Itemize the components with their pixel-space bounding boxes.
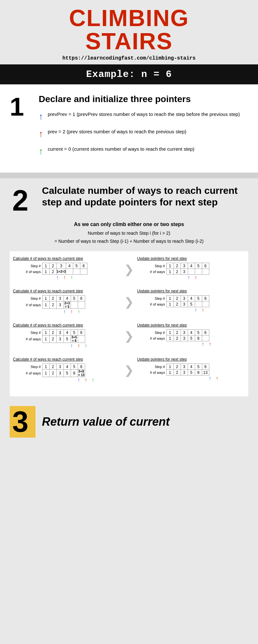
left-label-2: Calculate # of ways to reach current ste…	[13, 323, 121, 327]
table-left-2: Calculate # of ways to reach current ste…	[13, 323, 121, 350]
left-arrows-3: ↑↑↑	[54, 377, 96, 383]
right-arrows-2: ↑↑	[178, 341, 221, 347]
section3: 3 Return value of current	[0, 400, 258, 447]
section2-header: 2 Calculate number of ways to reach curr…	[10, 185, 248, 216]
left-arrows-0: ↑↑↑	[54, 275, 96, 280]
prevprev-text: prevPrev = 1 (prevPrev stores number of …	[48, 111, 240, 118]
section1-content: Declare and initialize three pointers ↑ …	[39, 94, 240, 163]
right-label-0: Update pointers for next step	[137, 256, 245, 261]
table-left-3: Calculate # of ways to reach current ste…	[13, 357, 121, 384]
right-arrows-3: ↑↑	[178, 375, 221, 381]
right-label-2: Update pointers for next step	[137, 323, 245, 327]
table-right-0: Update pointers for next stepStep #12345…	[137, 256, 245, 282]
arrow-up-red-icon: ↑	[39, 129, 43, 139]
chevron-icon-2: ❯	[124, 323, 134, 343]
section1-heading: Declare and initialize three pointers	[39, 94, 240, 104]
title: CLIMBING STAIRS	[13, 6, 245, 53]
section3-heading-normal: Return value of	[42, 415, 130, 428]
title-line2: STAIRS	[85, 28, 173, 54]
climb-note: As we can only climb either one or two s…	[10, 222, 248, 227]
section3-heading: Return value of current	[42, 415, 170, 429]
section1: 1 Declare and initialize three pointers …	[0, 84, 258, 173]
formula: Number of ways to reach Step i (for i > …	[10, 229, 248, 245]
arrow-up-blue-icon: ↑	[39, 111, 43, 122]
example-banner: Example: n = 6	[0, 64, 258, 84]
formula-line1: Number of ways to reach Step i (for i > …	[10, 229, 248, 237]
section2-heading: Calculate number of ways to reach curren…	[42, 185, 248, 208]
chevron-icon-3: ❯	[124, 357, 134, 377]
table-group-3: Calculate # of ways to reach current ste…	[13, 357, 245, 384]
section3-heading-italic: current	[130, 415, 170, 428]
divider1	[0, 173, 258, 178]
right-arrows-0: ↑↑	[178, 275, 221, 280]
left-label-0: Calculate # of ways to reach current ste…	[13, 256, 121, 261]
current-text: current = 0 (current stores number of wa…	[48, 146, 194, 153]
right-label-1: Update pointers for next step	[137, 289, 245, 293]
section2: 2 Calculate number of ways to reach curr…	[0, 178, 258, 400]
table-group-0: Calculate # of ways to reach current ste…	[13, 256, 245, 282]
tables-area: Calculate # of ways to reach current ste…	[10, 251, 248, 396]
left-arrows-2: ↑↑↑	[54, 343, 96, 349]
left-label-3: Calculate # of ways to reach current ste…	[13, 357, 121, 362]
chevron-icon-0: ❯	[124, 256, 134, 276]
step-number-1: 1	[10, 94, 32, 120]
table-right-2: Update pointers for next stepStep #12345…	[137, 323, 245, 348]
left-label-1: Calculate # of ways to reach current ste…	[13, 289, 121, 293]
step-number-3: 3	[10, 406, 35, 438]
table-left-1: Calculate # of ways to reach current ste…	[13, 289, 121, 316]
table-group-2: Calculate # of ways to reach current ste…	[13, 323, 245, 350]
right-arrows-1: ↑↑	[178, 307, 221, 313]
step-number-2: 2	[10, 185, 35, 216]
prev-text: prev = 2 (prev stores number of ways to …	[48, 128, 186, 136]
table-left-0: Calculate # of ways to reach current ste…	[13, 256, 121, 280]
right-label-3: Update pointers for next step	[137, 357, 245, 362]
pointer-prevprev: ↑ prevPrev = 1 (prevPrev stores number o…	[39, 111, 240, 122]
table-group-1: Calculate # of ways to reach current ste…	[13, 289, 245, 316]
formula-line2: = Number of ways to reach Step (i-1) + N…	[10, 237, 248, 245]
title-line1: CLIMBING	[69, 5, 189, 31]
table-right-3: Update pointers for next stepStep #12345…	[137, 357, 245, 383]
arrow-up-green-icon: ↑	[39, 146, 43, 156]
table-right-1: Update pointers for next stepStep #12345…	[137, 289, 245, 314]
left-arrows-1: ↑↑↑	[54, 309, 96, 315]
header: CLIMBING STAIRS https://learncodingfast.…	[0, 0, 258, 64]
pointer-prev: ↑ prev = 2 (prev stores number of ways t…	[39, 128, 240, 139]
chevron-icon-1: ❯	[124, 289, 134, 309]
section2-content: Calculate number of ways to reach curren…	[42, 185, 248, 208]
pointer-current: ↑ current = 0 (current stores number of …	[39, 146, 240, 156]
url[interactable]: https://learncodingfast.com/climbing-sta…	[13, 55, 245, 61]
